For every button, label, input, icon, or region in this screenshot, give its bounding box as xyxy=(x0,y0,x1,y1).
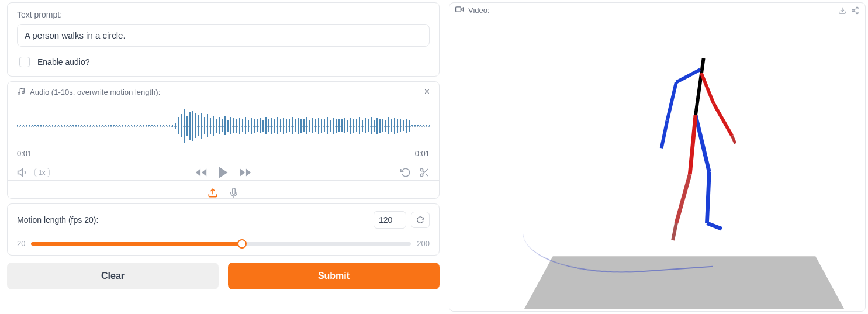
motion-length-input[interactable] xyxy=(374,211,406,229)
svg-line-23 xyxy=(696,58,704,115)
svg-marker-4 xyxy=(202,169,206,177)
slider-min-label: 20 xyxy=(17,239,25,248)
svg-line-26 xyxy=(662,121,668,149)
volume-icon[interactable] xyxy=(17,167,29,178)
svg-line-28 xyxy=(714,104,732,136)
svg-line-35 xyxy=(673,223,676,240)
svg-point-9 xyxy=(420,174,423,177)
svg-point-18 xyxy=(856,7,859,9)
svg-marker-2 xyxy=(18,169,23,176)
video-label: Video: xyxy=(468,6,490,15)
prompt-label: Text prompt: xyxy=(17,10,430,19)
close-icon[interactable]: × xyxy=(424,87,430,97)
svg-rect-16 xyxy=(456,7,461,12)
upload-icon[interactable] xyxy=(208,188,218,198)
svg-marker-6 xyxy=(246,169,251,177)
skeleton-figure xyxy=(649,53,742,257)
svg-marker-3 xyxy=(196,169,200,177)
undo-icon[interactable] xyxy=(400,167,411,178)
play-icon[interactable] xyxy=(216,165,231,180)
svg-line-21 xyxy=(854,11,856,12)
clear-button[interactable]: Clear xyxy=(7,263,219,289)
svg-line-27 xyxy=(701,73,714,104)
svg-point-1 xyxy=(22,91,25,94)
svg-line-24 xyxy=(676,70,700,82)
motion-length-label: Motion length (fps 20): xyxy=(17,215,98,225)
enable-audio-checkbox[interactable] xyxy=(19,57,30,67)
svg-marker-5 xyxy=(219,167,227,178)
motion-length-slider[interactable] xyxy=(31,242,411,246)
video-panel: Video: xyxy=(449,2,866,312)
microphone-icon[interactable] xyxy=(229,188,239,198)
rewind-icon[interactable] xyxy=(195,166,208,179)
video-viewport[interactable] xyxy=(449,18,865,311)
svg-line-32 xyxy=(707,223,722,229)
download-icon[interactable] xyxy=(838,6,846,15)
svg-line-31 xyxy=(707,172,710,223)
svg-point-20 xyxy=(856,12,859,14)
svg-line-33 xyxy=(690,115,696,174)
share-icon[interactable] xyxy=(851,6,859,15)
reset-icon[interactable] xyxy=(411,212,430,228)
audio-panel: Audio (1-10s, overwrite motion length): … xyxy=(7,81,440,199)
svg-line-12 xyxy=(423,171,424,172)
scissors-icon[interactable] xyxy=(419,167,430,178)
audio-header-label: Audio (1-10s, overwrite motion length): xyxy=(30,88,160,96)
forward-icon[interactable] xyxy=(239,166,252,179)
audio-time-end: 0:01 xyxy=(415,149,430,158)
prompt-panel: Text prompt: Enable audio? xyxy=(7,2,440,77)
svg-line-29 xyxy=(732,136,735,144)
svg-point-0 xyxy=(18,92,20,94)
enable-audio-row[interactable]: Enable audio? xyxy=(17,55,430,69)
audio-time-start: 0:01 xyxy=(17,149,32,158)
svg-line-22 xyxy=(854,8,856,9)
enable-audio-label: Enable audio? xyxy=(37,57,90,67)
music-icon xyxy=(17,87,25,97)
motion-length-panel: Motion length (fps 20): 20 200 xyxy=(7,203,440,256)
svg-line-11 xyxy=(426,174,428,176)
slider-max-label: 200 xyxy=(417,239,430,248)
svg-line-34 xyxy=(676,174,690,223)
svg-marker-7 xyxy=(240,169,245,177)
playback-speed[interactable]: 1x xyxy=(34,168,50,177)
svg-point-19 xyxy=(852,9,855,12)
audio-waveform[interactable] xyxy=(17,107,430,144)
video-icon xyxy=(455,5,464,15)
submit-button[interactable]: Submit xyxy=(228,263,440,289)
prompt-input[interactable] xyxy=(17,24,430,47)
svg-point-8 xyxy=(420,168,423,171)
svg-marker-15 xyxy=(461,8,463,11)
svg-line-25 xyxy=(668,82,677,121)
svg-line-30 xyxy=(696,115,709,172)
